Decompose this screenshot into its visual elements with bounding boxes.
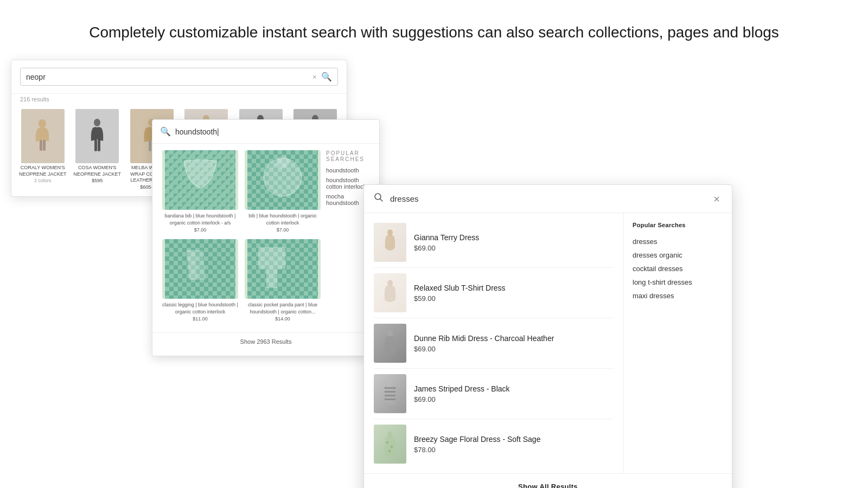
table-row[interactable]: Dunne Rib Midi Dress - Charcoal Heather … (364, 318, 623, 368)
suggestions-panel: Popular Searches dresses dresses organic… (623, 213, 732, 473)
suggestion-item-long-tshirt[interactable]: long t-shirt dresses (633, 275, 723, 289)
product-price: $78.00 (414, 446, 614, 454)
svg-point-49 (386, 441, 388, 444)
main-search-panel: × Gianna Terry Dress $69.00 (363, 184, 732, 488)
figure-icon (88, 117, 107, 155)
svg-point-40 (387, 229, 393, 236)
dress-icon (382, 431, 398, 458)
search-footer: Show All Results (364, 473, 732, 488)
figure-icon (33, 117, 52, 155)
product-name: Relaxed Slub T-Shirt Dress (414, 283, 614, 293)
product-price: $69.00 (414, 345, 614, 353)
search-icon-bg2: 🔍 (160, 126, 171, 137)
product-info: Gianna Terry Dress $69.00 (414, 233, 614, 252)
table-row[interactable]: Breezy Sage Floral Dress - Soft Sage $78… (364, 419, 623, 469)
results-count-bg1: 216 results (11, 94, 347, 107)
svg-rect-1 (40, 140, 42, 151)
bg-search-input-1: neopr × 🔍 (20, 68, 338, 86)
product-image (165, 150, 235, 210)
search-icon-main (374, 192, 384, 205)
svg-rect-2 (43, 140, 46, 151)
product-info: Relaxed Slub T-Shirt Dress $59.00 (414, 283, 614, 303)
bg-query-1: neopr (26, 73, 46, 81)
list-item: bib | blue houndstooth | organic cotton … (245, 150, 321, 233)
table-row[interactable]: James Striped Dress - Black $69.00 (364, 369, 623, 419)
popular-item: houndstooth (326, 165, 371, 175)
bg-product-grid-2: bandana bib | blue houndstooth | organic… (156, 144, 321, 328)
suggestion-item-dresses[interactable]: dresses (633, 235, 723, 248)
table-row[interactable]: Gianna Terry Dress $69.00 (364, 217, 623, 267)
bg-search-card-2: 🔍 houndstooth| (152, 119, 380, 356)
clear-icon-bg1: × (312, 73, 317, 81)
svg-point-51 (388, 450, 391, 452)
products-list: Gianna Terry Dress $69.00 Relaxed Slub T… (364, 213, 623, 473)
search-icon-bg1: 🔍 (321, 72, 332, 82)
close-icon: × (713, 193, 720, 205)
svg-line-39 (380, 199, 383, 202)
product-info: Breezy Sage Floral Dress - Soft Sage $78… (414, 434, 614, 454)
product-name: Gianna Terry Dress (414, 233, 614, 242)
product-name: Breezy Sage Floral Dress - Soft Sage (414, 434, 614, 444)
search-header: × (364, 185, 732, 213)
svg-rect-4 (94, 139, 97, 151)
svg-rect-5 (98, 139, 100, 151)
dress-icon (382, 279, 398, 306)
product-info: Dunne Rib Midi Dress - Charcoal Heather … (414, 333, 614, 353)
product-info: James Striped Dress - Black $69.00 (414, 384, 614, 403)
suggestion-item-dresses-organic[interactable]: dresses organic (633, 248, 723, 262)
product-price: $69.00 (414, 244, 614, 252)
close-button[interactable]: × (711, 194, 722, 204)
bg-search-header-2: 🔍 houndstooth| (152, 120, 379, 144)
search-body: Gianna Terry Dress $69.00 Relaxed Slub T… (364, 213, 732, 473)
product-name: Dunne Rib Midi Dress - Charcoal Heather (414, 333, 614, 343)
svg-point-41 (387, 280, 393, 286)
svg-point-48 (387, 431, 393, 438)
table-row[interactable]: Relaxed Slub T-Shirt Dress $59.00 (364, 268, 623, 318)
svg-point-29 (276, 156, 289, 169)
svg-point-43 (387, 381, 393, 387)
list-item: classic pocket panda pant | blue houndst… (245, 239, 321, 322)
bg-query-2: houndstooth| (175, 127, 372, 136)
suggestion-item-maxi[interactable]: maxi dresses (633, 289, 723, 303)
product-thumbnail (374, 374, 406, 413)
dress-icon (382, 380, 398, 407)
search-input[interactable] (390, 194, 705, 203)
product-image (247, 239, 318, 299)
page-title: Completely customizable instant search w… (0, 0, 868, 54)
svg-point-0 (39, 119, 46, 128)
popular-title-bg: POPULAR SEARCHES (326, 150, 371, 162)
list-item: classic legging | blue houndstooth | org… (162, 239, 238, 322)
product-price: $59.00 (414, 294, 614, 303)
product-thumbnail (374, 324, 406, 363)
svg-point-50 (391, 446, 393, 448)
list-item: bandana bib | blue houndstooth | organic… (162, 150, 238, 233)
dress-icon (382, 330, 398, 357)
list-item: CORALY WOMEN'S NEOPRENE JACKET 2 colors (16, 107, 70, 192)
product-thumbnail (374, 273, 406, 312)
product-thumbnail (374, 223, 406, 262)
svg-point-3 (94, 119, 100, 126)
product-thumbnail (374, 425, 406, 464)
show-all-button[interactable]: Show All Results (518, 483, 578, 488)
popular-searches-title: Popular Searches (633, 222, 723, 228)
dress-icon (382, 229, 398, 256)
show-results-bg[interactable]: Show 2963 Results (152, 332, 379, 350)
product-image (247, 150, 318, 210)
product-price: $69.00 (414, 395, 614, 403)
svg-point-42 (387, 330, 393, 337)
product-image (165, 239, 235, 299)
svg-rect-7 (149, 140, 151, 151)
suggestion-item-cocktail[interactable]: cocktail dresses (633, 262, 723, 275)
product-name: James Striped Dress - Black (414, 384, 614, 394)
list-item: COSA WOMEN'S NEOPRENE JACKET $595 (71, 107, 125, 192)
